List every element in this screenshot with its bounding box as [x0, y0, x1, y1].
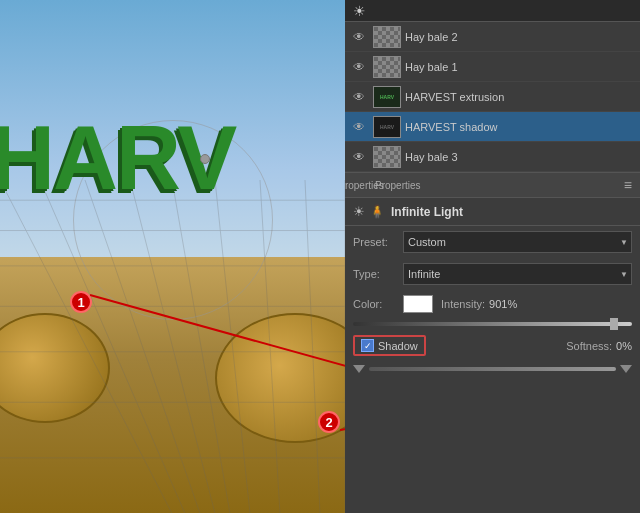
color-intensity-row: Color: Intensity: 901%: [345, 290, 640, 318]
top-strip: ☀: [345, 0, 640, 22]
layer-thumb-hay-bale-3: [373, 146, 401, 168]
layer-item-hay-bale-2[interactable]: 👁 Hay bale 2: [345, 22, 640, 52]
intensity-label: Intensity:: [441, 298, 485, 310]
type-row: Type: Infinite: [345, 258, 640, 290]
light-handle[interactable]: [200, 154, 210, 164]
layer-item-harvest-extrusion[interactable]: 👁 HARV HARVEST extrusion: [345, 82, 640, 112]
color-label: Color:: [353, 298, 403, 310]
svg-line-12: [215, 180, 250, 513]
intensity-slider-row: [345, 318, 640, 330]
layer-name-harvest-shadow: HARVEST shadow: [405, 121, 636, 133]
layer-eye-harvest-extrusion[interactable]: 👁: [349, 87, 369, 107]
svg-line-13: [260, 180, 280, 513]
layer-eye-hay-bale-3[interactable]: 👁: [349, 147, 369, 167]
canvas-grid: [0, 180, 345, 513]
type-select-wrapper[interactable]: Infinite: [403, 263, 632, 285]
softness-label: Softness:: [566, 340, 612, 352]
softness-value: 0%: [616, 340, 632, 352]
svg-line-8: [40, 180, 185, 513]
layer-item-hay-bale-3[interactable]: 👁 Hay bale 3: [345, 142, 640, 172]
properties-title-row: Properties Properties: [353, 177, 421, 193]
shadow-softness-row: ✓ Shadow Softness: 0%: [345, 330, 640, 361]
layer-thumb-harvest-shadow: HARV: [373, 116, 401, 138]
layer-name-hay-bale-3: Hay bale 3: [405, 151, 636, 163]
layer-item-harvest-shadow[interactable]: 👁 HARV HARVEST shadow: [345, 112, 640, 142]
layer-eye-harvest-shadow[interactable]: 👁: [349, 117, 369, 137]
layer-name-harvest-extrusion: HARVEST extrusion: [405, 91, 636, 103]
infinite-light-row: ☀ 🧍 Infinite Light: [345, 198, 640, 226]
annotation-2: 2: [318, 411, 340, 433]
svg-line-14: [305, 180, 320, 513]
preset-row: Preset: Custom: [345, 226, 640, 258]
layers-panel: 👁 Hay bale 2 👁 Hay bale 1 👁 HARV HARVEST…: [345, 22, 640, 173]
layer-thumb-harvest-extrusion: HARV: [373, 86, 401, 108]
softness-slider-triangle-left[interactable]: [353, 365, 365, 373]
intensity-value: 901%: [489, 298, 517, 310]
properties-menu-icon[interactable]: ≡: [624, 177, 632, 193]
canvas-area: HARV 1 2: [0, 0, 345, 513]
softness-slider-row: [345, 361, 640, 377]
preset-select-wrapper[interactable]: Custom: [403, 231, 632, 253]
preset-label: Preset:: [353, 236, 403, 248]
sun-icon: ☀: [353, 204, 365, 219]
preset-select[interactable]: Custom: [403, 231, 632, 253]
shadow-checkbox[interactable]: ✓: [361, 339, 374, 352]
shadow-label: Shadow: [378, 340, 418, 352]
person-icon: 🧍: [369, 204, 385, 219]
softness-group: Softness: 0%: [566, 340, 632, 352]
layer-eye-hay-bale-1[interactable]: 👁: [349, 57, 369, 77]
intensity-slider-track[interactable]: [353, 322, 632, 326]
layer-name-hay-bale-2: Hay bale 2: [405, 31, 636, 43]
properties-header: Properties Properties ≡: [345, 173, 640, 198]
sun-icon-top: ☀: [353, 3, 366, 19]
properties-label-text: Properties: [375, 180, 421, 191]
softness-slider-triangle-right[interactable]: [620, 365, 632, 373]
intensity-slider-handle[interactable]: [610, 318, 618, 330]
softness-slider-track[interactable]: [369, 367, 616, 371]
layer-thumb-hay-bale-1: [373, 56, 401, 78]
color-swatch[interactable]: [403, 295, 433, 313]
type-select[interactable]: Infinite: [403, 263, 632, 285]
svg-line-11: [172, 180, 230, 513]
layer-name-hay-bale-1: Hay bale 1: [405, 61, 636, 73]
properties-panel-label: Properties: [353, 177, 369, 193]
shadow-checkbox-area[interactable]: ✓ Shadow: [353, 335, 426, 356]
svg-line-7: [0, 180, 172, 513]
annotation-1: 1: [70, 291, 92, 313]
infinite-light-title: Infinite Light: [391, 205, 463, 219]
layer-thumb-hay-bale-2: [373, 26, 401, 48]
properties-panel: Properties Properties ≡ ☀ 🧍 Infinite Lig…: [345, 173, 640, 513]
layer-item-hay-bale-1[interactable]: 👁 Hay bale 1: [345, 52, 640, 82]
type-label: Type:: [353, 268, 403, 280]
layer-eye-hay-bale-2[interactable]: 👁: [349, 27, 369, 47]
